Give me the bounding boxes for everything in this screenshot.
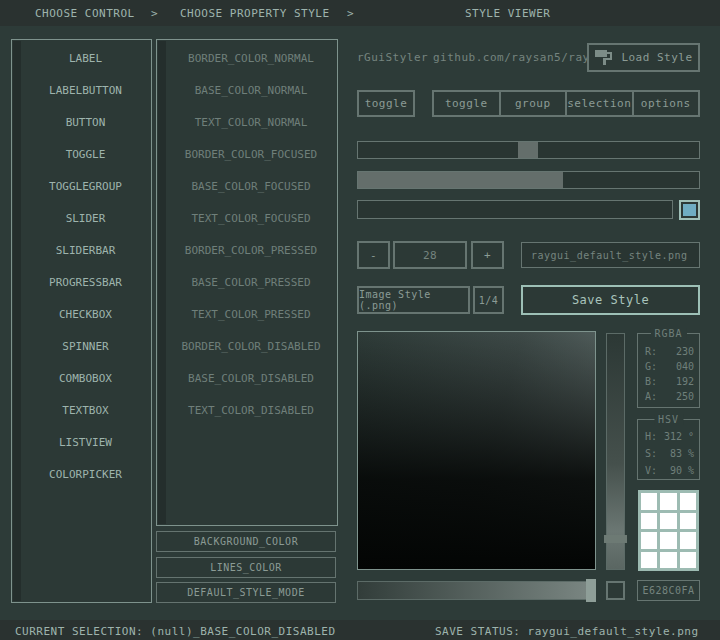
- ratio-button[interactable]: 1/4: [473, 286, 504, 314]
- color-swatch[interactable]: [680, 493, 696, 510]
- control-list-item[interactable]: BUTTON: [20, 106, 151, 138]
- hex-value-input[interactable]: E628C0FA: [637, 580, 700, 601]
- save-style-button[interactable]: Save Style: [521, 285, 700, 315]
- property-list-item[interactable]: BORDER_COLOR_FOCUSED: [165, 138, 337, 170]
- property-list-item[interactable]: TEXT_COLOR_NORMAL: [165, 106, 337, 138]
- property-list-item[interactable]: BASE_COLOR_NORMAL: [165, 74, 337, 106]
- paint-roller-icon: [594, 49, 614, 66]
- slider-demo[interactable]: [357, 141, 700, 159]
- h-label: H:: [645, 431, 657, 442]
- s-label: S:: [645, 448, 657, 459]
- color-swatch[interactable]: [660, 513, 676, 530]
- control-list-item[interactable]: TOGGLE: [20, 138, 151, 170]
- toggle-demo-button[interactable]: toggle: [357, 90, 415, 117]
- background-color-button[interactable]: BACKGROUND_COLOR: [156, 531, 336, 552]
- control-list-item[interactable]: CHECKBOX: [20, 298, 151, 330]
- alpha-slider[interactable]: [357, 581, 595, 600]
- breadcrumb-separator: >: [347, 7, 354, 20]
- property-list-item[interactable]: BASE_COLOR_PRESSED: [165, 266, 337, 298]
- spinner-plus-button[interactable]: +: [471, 241, 504, 269]
- color-swatch[interactable]: [680, 552, 696, 569]
- control-list-item[interactable]: COLORPICKER: [20, 458, 151, 490]
- control-list-item[interactable]: TEXTBOX: [20, 394, 151, 426]
- hsv-groupbox: HSV H:312 ° S:83 % V:90 %: [637, 419, 700, 480]
- tab-choose-control[interactable]: CHOOSE CONTROL: [35, 7, 135, 20]
- v-value: 90 %: [670, 465, 694, 476]
- property-list-item[interactable]: BASE_COLOR_FOCUSED: [165, 170, 337, 202]
- lines-color-button[interactable]: LINES_COLOR: [156, 557, 336, 578]
- property-list-item[interactable]: BORDER_COLOR_NORMAL: [165, 42, 337, 74]
- property-list-item[interactable]: TEXT_COLOR_PRESSED: [165, 298, 337, 330]
- control-list-item[interactable]: LABEL: [20, 42, 151, 74]
- controls-list: LABELLABELBUTTONBUTTONTOGGLETOGGLEGROUPS…: [20, 42, 151, 490]
- tab-choose-property-style[interactable]: CHOOSE PROPERTY STYLE: [180, 7, 330, 20]
- hue-slider-handle[interactable]: [604, 535, 627, 543]
- color-swatch[interactable]: [641, 493, 657, 510]
- status-bar: CURRENT SELECTION: (null)_BASE_COLOR_DIS…: [0, 620, 720, 640]
- textbox-demo[interactable]: [357, 200, 673, 219]
- sliderbar-fill: [358, 172, 563, 188]
- color-swatch[interactable]: [680, 513, 696, 530]
- r-value: 230: [676, 346, 694, 357]
- spinner-minus-button[interactable]: -: [357, 241, 390, 269]
- rgba-title: RGBA: [650, 328, 686, 339]
- v-label: V:: [645, 465, 657, 476]
- image-style-button[interactable]: Image Style (.png): [357, 286, 470, 314]
- color-swatch[interactable]: [641, 513, 657, 530]
- repo-link-label: github.com/raysan5/raygui: [433, 51, 611, 64]
- color-swatch[interactable]: [641, 532, 657, 549]
- control-list-item[interactable]: TOGGLEGROUP: [20, 170, 151, 202]
- save-status: SAVE STATUS: raygui_default_style.png: [435, 625, 699, 638]
- color-mode-box[interactable]: [606, 581, 625, 600]
- property-list-item[interactable]: TEXT_COLOR_FOCUSED: [165, 202, 337, 234]
- spinner-value[interactable]: 28: [393, 241, 467, 269]
- current-selection-status: CURRENT SELECTION: (null)_BASE_COLOR_DIS…: [15, 625, 336, 638]
- control-list-item[interactable]: PROGRESSBAR: [20, 266, 151, 298]
- property-list-item[interactable]: BASE_COLOR_DISABLED: [165, 362, 337, 394]
- sliderbar-demo[interactable]: [357, 171, 700, 189]
- hue-slider[interactable]: [606, 333, 625, 570]
- toggle-group-item[interactable]: options: [632, 90, 701, 117]
- color-swatch[interactable]: [660, 493, 676, 510]
- top-toolbar: CHOOSE CONTROL > CHOOSE PROPERTY STYLE >…: [0, 0, 720, 26]
- app-name-label: rGuiStyler: [357, 51, 428, 64]
- property-list-item[interactable]: BORDER_COLOR_DISABLED: [165, 330, 337, 362]
- properties-list-panel: BORDER_COLOR_NORMALBASE_COLOR_NORMALTEXT…: [156, 39, 338, 526]
- properties-list: BORDER_COLOR_NORMALBASE_COLOR_NORMALTEXT…: [165, 42, 337, 426]
- alpha-slider-handle[interactable]: [586, 579, 596, 602]
- load-style-label: Load Style: [621, 51, 692, 64]
- control-list-item[interactable]: SLIDER: [20, 202, 151, 234]
- tab-style-viewer[interactable]: STYLE VIEWER: [465, 7, 550, 20]
- g-label: G:: [645, 361, 657, 372]
- control-list-item[interactable]: COMBOBOX: [20, 362, 151, 394]
- control-list-item[interactable]: LISTVIEW: [20, 426, 151, 458]
- toggle-group-item[interactable]: selection: [565, 90, 634, 117]
- hsv-title: HSV: [654, 414, 683, 425]
- checkbox-check: [683, 204, 696, 216]
- g-value: 040: [676, 361, 694, 372]
- color-swatch[interactable]: [660, 552, 676, 569]
- filename-input[interactable]: raygui_default_style.png: [521, 242, 700, 268]
- property-list-item[interactable]: TEXT_COLOR_DISABLED: [165, 394, 337, 426]
- toggle-group-item[interactable]: toggle: [432, 90, 501, 117]
- control-list-item[interactable]: SPINNER: [20, 330, 151, 362]
- h-value: 312 °: [664, 431, 694, 442]
- toggle-group: togglegroupselectionoptions: [434, 90, 700, 117]
- checkbox-demo[interactable]: [679, 200, 700, 220]
- property-list-item[interactable]: BORDER_COLOR_PRESSED: [165, 234, 337, 266]
- color-swatch[interactable]: [660, 532, 676, 549]
- a-value: 250: [676, 391, 694, 402]
- s-value: 83 %: [670, 448, 694, 459]
- b-value: 192: [676, 376, 694, 387]
- default-style-mode-button[interactable]: DEFAULT_STYLE_MODE: [156, 582, 336, 603]
- rgba-groupbox: RGBA R:230 G:040 B:192 A:250: [637, 333, 700, 408]
- breadcrumb-separator: >: [151, 7, 158, 20]
- control-list-item[interactable]: SLIDERBAR: [20, 234, 151, 266]
- load-style-button[interactable]: Load Style: [587, 43, 700, 72]
- toggle-group-item[interactable]: group: [499, 90, 568, 117]
- color-swatch[interactable]: [680, 532, 696, 549]
- control-list-item[interactable]: LABELBUTTON: [20, 74, 151, 106]
- color-swatch[interactable]: [641, 552, 657, 569]
- color-picker-panel[interactable]: [357, 331, 596, 570]
- slider-handle[interactable]: [518, 142, 538, 158]
